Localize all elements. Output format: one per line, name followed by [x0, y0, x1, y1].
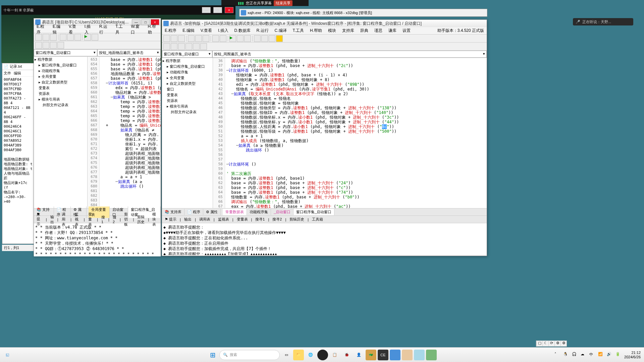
widget-icon[interactable]: ▢ — [536, 341, 542, 346]
pause-icon[interactable] — [237, 35, 244, 42]
toolbar-icon[interactable] — [43, 42, 49, 49]
tree-item[interactable]: ▸ 自定义数据类型 — [34, 79, 87, 85]
stop-share-button[interactable]: 结束共享 — [274, 0, 292, 6]
toolbar-icon[interactable] — [269, 35, 275, 42]
widget-icon[interactable]: ⚙ — [554, 341, 560, 346]
tree-item[interactable]: ▸ 程序数据 — [34, 57, 87, 62]
menu-item[interactable]: 模块 — [327, 27, 337, 34]
ide1-code-editor[interactable]: base = 内存.读整数1 (phd, base = 内存.读整数1 (phd… — [100, 57, 161, 208]
tab-support[interactable]: 📚 支持库 — [162, 209, 184, 215]
code-line[interactable]: 超级列表框_地面物 — [100, 156, 161, 161]
app-icon[interactable] — [390, 350, 400, 360]
tree-item[interactable]: ▸ 窗口程序集_启动窗口 — [162, 64, 213, 69]
app-icon[interactable] — [414, 350, 425, 360]
tab-property[interactable]: ⚙ 属性 — [203, 209, 221, 215]
tab-funcset[interactable]: 功能程序集 — [247, 209, 271, 215]
taskbar-clock[interactable]: 21:12 2024/6/26 — [624, 351, 641, 359]
console-tab[interactable]: 输出 — [183, 217, 193, 222]
code-line[interactable]: 坐标1.x = 内存. — [100, 137, 161, 142]
chevron-up-icon[interactable]: ˄ — [554, 352, 560, 358]
edge-icon[interactable]: 🌐 — [305, 350, 316, 360]
console-tab[interactable]: 剪切板 — [123, 212, 131, 227]
code-line[interactable] — [100, 189, 161, 193]
start-button[interactable]: ⊞ — [207, 350, 218, 360]
tree-item[interactable]: ▸ 全局变量 — [162, 75, 213, 81]
menu-item[interactable]: E.编辑 — [181, 27, 196, 34]
new-icon[interactable] — [163, 35, 170, 42]
tree-item[interactable]: ▸ 模块引用表 — [162, 104, 213, 109]
code-line[interactable] — [225, 153, 487, 157]
code-line[interactable]: base = 内存.读整数1 (phd, — [100, 76, 161, 81]
code-line[interactable]: a = a + 1 — [100, 175, 161, 179]
run-icon[interactable]: ▶ — [229, 35, 236, 42]
menu-item[interactable]: R.运行 — [98, 23, 111, 36]
app-icon[interactable] — [402, 350, 413, 360]
ime-icon[interactable]: 中 — [589, 352, 595, 358]
minimize-button[interactable]: — — [202, 7, 211, 13]
toolbar-icon[interactable] — [171, 43, 177, 50]
toolbar-icon[interactable] — [163, 43, 170, 50]
code-line[interactable]: 地面物品数量 = 内存.读整数1 — [100, 71, 161, 76]
menu-item[interactable]: 辞典 — [359, 27, 370, 34]
toolbar-icon[interactable] — [193, 43, 200, 50]
code-line[interactable]: base = 内存.读整数1 (phd, base + 进制_十六到十 ("24… — [225, 181, 487, 185]
code-line[interactable]: 怪物数据.怪物ID = 内存.读整数1 (phd, 怪物对象 + 进制_十六到十… — [225, 110, 487, 115]
code-line[interactable]: ┄如果真 (a ≥ 怪物数量) — [225, 143, 487, 148]
tree-item[interactable]: 外部文件记录表 — [162, 109, 213, 115]
save-icon[interactable] — [50, 34, 57, 41]
code-line[interactable]: base = 内存.读整数1 (phd, base + 进制_十六到十 ("74… — [225, 190, 487, 195]
save-icon[interactable] — [178, 35, 185, 42]
ide1-console[interactable]: * * 当前版本：v4.78 正式版 * ** * 作者：大野! QQ：2931… — [34, 223, 161, 256]
tray-app-icon[interactable]: 🐧 — [563, 352, 569, 358]
tray-app-icon[interactable]: ☁ — [581, 352, 587, 358]
copy-icon[interactable] — [67, 34, 74, 41]
menu-item[interactable]: W.窗口 — [129, 23, 143, 36]
console-tab[interactable]: 剪辑历史 — [288, 217, 306, 222]
ide1-selector-fn[interactable]: 按钮_地面物品遍历_被单击 — [97, 49, 161, 56]
code-line[interactable]: 怪物对象 = 内存.读整数1 (phd, base + (i - 1) × 4) — [225, 73, 487, 77]
console-tab[interactable]: 输出 — [49, 214, 55, 225]
code-line[interactable]: 坐标1.y = 内存. — [100, 142, 161, 146]
code-line[interactable]: 插入成员 (怪物数组, a, 怪物数据) — [225, 138, 487, 143]
code-line[interactable] — [225, 157, 487, 162]
code-line[interactable]: 超级列表框_地面物 — [100, 151, 161, 156]
open-icon[interactable] — [171, 35, 177, 42]
code-line[interactable]: base = 内存.读整数1 (phd, base1) — [225, 176, 487, 181]
menu-item[interactable]: V.查看 — [199, 27, 213, 34]
tree-item[interactable]: ▸ 程序数据 — [162, 58, 213, 64]
code-line[interactable]: + 物品名 = 编码_Unico — [100, 123, 161, 128]
volume-icon[interactable]: 🔊 — [607, 352, 613, 358]
paste-icon[interactable] — [203, 35, 209, 42]
code-line[interactable]: base = 内存.读整数1 (phd, — [100, 62, 161, 67]
code-line[interactable]: 超级列表框_地面物 — [100, 161, 161, 165]
tab-winset[interactable]: 窗口程序集_启动窗口 — [293, 209, 334, 215]
code-line[interactable]: 怪物数据.怪物坐标.y = 内存.读小数1 (phd, 怪物对象 + 进制_十六… — [225, 120, 487, 124]
ide2-console[interactable]: ◆ 易语言助手提醒您：◆▼▼▼▼助手正在加载中，请看到加载插件完毕后在执行其他操… — [162, 223, 487, 255]
stop-icon[interactable] — [92, 34, 98, 41]
code-line[interactable]: 如果真 (物品名 ≠ — [100, 128, 161, 132]
code-line[interactable]: 索引 = 超级列表 — [100, 146, 161, 151]
menu-item[interactable]: H.帮助 — [309, 27, 323, 34]
code-line[interactable]: 超级列表框_地面物 — [100, 165, 161, 170]
explorer-icon[interactable]: 📁 — [293, 350, 304, 360]
code-line[interactable]: 调试输出 ("怪物数量：", 怪物数量) — [225, 199, 487, 204]
console-tab[interactable]: 搜1 — [100, 215, 106, 224]
code-line[interactable]: temp = 内存.读整数1 — [100, 114, 161, 118]
code-line[interactable]: 跳出循环 () — [100, 184, 161, 189]
paste-icon[interactable] — [74, 34, 81, 41]
redo-icon[interactable] — [220, 35, 226, 42]
code-line[interactable]: 怪物名 = 编码_Unicode到Ansi (内存.读字节集1 (phd, ed… — [225, 87, 487, 92]
code-line[interactable]: 怪物数量 = 内存.读整数1 (phd, base + 进制_十六到十 ("b0… — [225, 195, 487, 199]
taskbar-search[interactable]: 🔍 搜索 — [219, 350, 280, 360]
wifi-icon[interactable]: 📶 — [598, 352, 604, 358]
task-view-icon[interactable]: ▭ — [281, 350, 292, 360]
ide2-tree[interactable]: ▸ 程序数据▸ 窗口程序集_启动窗口▸ 功能程序集▸ 全局变量▸ 自定义数据类型… — [162, 58, 213, 208]
code-line[interactable]: 怪物数据.怪物坐标.x = 内存.读小数1 (phd, 怪物对象 + 进制_十六… — [225, 115, 487, 120]
code-line[interactable]: eax = 内存.读整数1 (phd, base + 进制_十六到十 ("ac"… — [225, 204, 487, 208]
toolbar-icon[interactable] — [35, 42, 42, 49]
menu-item[interactable]: 支持库 — [341, 27, 356, 34]
code-line[interactable]: 跳出循环 () — [225, 148, 487, 153]
code-line[interactable]: temp = 内存.读整数1 — [100, 100, 161, 104]
close-button[interactable]: × — [225, 7, 233, 13]
ide1-selector-set[interactable]: 窗口程序集_启动窗口 — [34, 49, 97, 56]
